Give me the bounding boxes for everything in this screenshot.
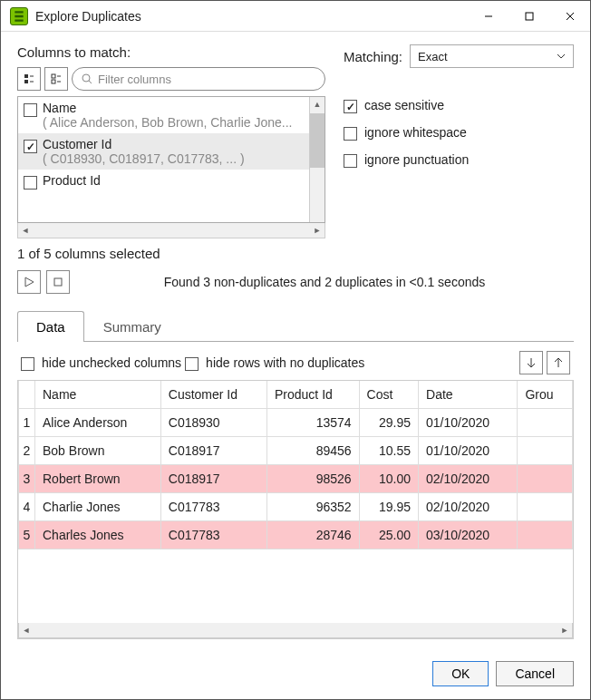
case-sensitive-label: case sensitive — [364, 98, 444, 112]
table-hscroll[interactable]: ◄ ► — [18, 623, 573, 638]
cell[interactable]: 01/10/2020 — [419, 437, 518, 465]
ignore-punctuation-label: ignore punctuation — [364, 152, 469, 167]
cell[interactable]: 03/10/2020 — [419, 521, 518, 549]
column-item[interactable]: Name( Alice Anderson, Bob Brown, Charlie… — [18, 97, 309, 133]
cell[interactable]: 1 — [19, 409, 35, 437]
cell[interactable] — [518, 437, 573, 465]
hide-no-dup-checkbox[interactable] — [185, 357, 199, 371]
rownum-header[interactable] — [19, 381, 35, 409]
table-row[interactable]: 3Robert BrownC0189179852610.0002/10/2020 — [19, 465, 573, 493]
cell[interactable]: 19.95 — [359, 493, 418, 521]
case-sensitive-checkbox[interactable] — [344, 100, 357, 113]
column-sample: ( Alice Anderson, Bob Brown, Charlie Jon… — [43, 115, 292, 130]
ignore-punctuation-checkbox[interactable] — [344, 154, 357, 168]
column-header[interactable]: Product Id — [267, 381, 360, 409]
checklist-hscroll[interactable]: ◄ ► — [17, 223, 325, 238]
columns-checklist[interactable]: Name( Alice Anderson, Bob Brown, Charlie… — [17, 96, 325, 223]
cell[interactable]: Robert Brown — [35, 465, 161, 493]
cell[interactable]: C018917 — [160, 437, 266, 465]
cell[interactable] — [518, 465, 573, 493]
deselect-all-button[interactable] — [44, 67, 68, 91]
cell[interactable]: C017783 — [160, 521, 266, 549]
cell[interactable]: C017783 — [160, 493, 266, 521]
scroll-right-icon[interactable]: ► — [310, 223, 325, 238]
close-button[interactable] — [549, 1, 590, 32]
column-item[interactable]: Customer Id( C018930, C018917, C017783, … — [18, 133, 309, 170]
stop-button[interactable] — [46, 270, 70, 294]
svg-point-12 — [82, 74, 90, 82]
column-name: Name — [43, 101, 292, 115]
matching-select[interactable]: Exact — [410, 44, 574, 68]
cancel-button[interactable]: Cancel — [496, 661, 574, 686]
cell[interactable] — [518, 493, 573, 521]
scroll-left-icon[interactable]: ◄ — [19, 623, 34, 637]
cell[interactable]: Charles Jones — [35, 521, 161, 549]
minimize-button[interactable] — [468, 1, 509, 32]
run-button[interactable] — [17, 270, 41, 294]
ignore-whitespace-label: ignore whitespace — [364, 125, 467, 140]
tab-summary[interactable]: Summary — [84, 311, 180, 342]
column-item[interactable]: Product Id — [18, 170, 309, 193]
cell[interactable]: 5 — [19, 521, 35, 549]
cell[interactable]: 10.55 — [359, 437, 418, 465]
ok-button[interactable]: OK — [432, 661, 489, 686]
selection-status: 1 of 5 columns selected — [17, 246, 325, 261]
tab-data[interactable]: Data — [17, 311, 84, 342]
cell[interactable]: 2 — [19, 437, 35, 465]
scroll-thumb[interactable] — [310, 113, 325, 168]
column-header[interactable]: Grou — [518, 381, 573, 409]
cell[interactable]: 98526 — [267, 465, 360, 493]
cell[interactable]: 4 — [19, 493, 35, 521]
svg-rect-9 — [52, 80, 55, 83]
cell[interactable]: 02/10/2020 — [419, 493, 518, 521]
cell[interactable]: 25.00 — [359, 521, 418, 549]
maximize-button[interactable] — [509, 1, 549, 32]
cell[interactable]: 89456 — [267, 437, 360, 465]
cell[interactable]: Alice Anderson — [35, 409, 161, 437]
scroll-right-icon[interactable]: ► — [557, 623, 572, 637]
table-row[interactable]: 1Alice AndersonC0189301357429.9501/10/20… — [19, 409, 573, 437]
hide-unchecked-checkbox[interactable] — [21, 357, 34, 371]
cell[interactable]: 29.95 — [359, 409, 418, 437]
column-header[interactable]: Customer Id — [160, 381, 266, 409]
column-header[interactable]: Cost — [359, 381, 418, 409]
cell[interactable]: 13574 — [267, 409, 360, 437]
svg-rect-1 — [526, 13, 533, 20]
table-row[interactable]: 4Charlie JonesC0177839635219.9502/10/202… — [19, 493, 573, 521]
cell[interactable]: 10.00 — [359, 465, 418, 493]
column-checkbox[interactable] — [24, 103, 37, 117]
scroll-up-icon[interactable]: ▲ — [310, 97, 325, 112]
cell[interactable] — [518, 521, 573, 549]
cell[interactable]: 3 — [19, 465, 35, 493]
column-header[interactable]: Name — [35, 381, 161, 409]
matching-label: Matching: — [344, 49, 402, 64]
scroll-left-icon[interactable]: ◄ — [18, 223, 33, 238]
ignore-whitespace-checkbox[interactable] — [344, 127, 357, 141]
filter-columns-input[interactable]: Filter columns — [72, 67, 325, 91]
cell[interactable]: Charlie Jones — [35, 493, 161, 521]
cell[interactable]: 28746 — [267, 521, 360, 549]
move-down-button[interactable] — [519, 351, 543, 374]
svg-rect-5 — [24, 80, 28, 83]
column-header[interactable]: Date — [419, 381, 518, 409]
hide-unchecked-label: hide unchecked columns — [42, 355, 181, 370]
cell[interactable]: 02/10/2020 — [419, 465, 518, 493]
cell[interactable]: Bob Brown — [35, 437, 161, 465]
checklist-vscroll[interactable]: ▲ — [309, 97, 325, 222]
cell[interactable]: 01/10/2020 — [419, 409, 518, 437]
column-checkbox[interactable] — [24, 176, 37, 190]
column-checkbox[interactable] — [24, 140, 37, 153]
move-up-button[interactable] — [547, 351, 570, 374]
app-icon — [10, 7, 28, 25]
select-all-button[interactable] — [17, 67, 41, 91]
cell[interactable] — [518, 409, 573, 437]
hide-no-dup-label: hide rows with no duplicates — [206, 355, 364, 370]
column-name: Product Id — [43, 173, 101, 188]
table-row[interactable]: 2Bob BrownC0189178945610.5501/10/2020 — [19, 437, 573, 465]
column-sample: ( C018930, C018917, C017783, ... ) — [43, 151, 245, 166]
cell[interactable]: C018930 — [160, 409, 266, 437]
table-row[interactable]: 5Charles JonesC0177832874625.0003/10/202… — [19, 521, 573, 549]
cell[interactable]: C018917 — [160, 465, 266, 493]
columns-to-match-label: Columns to match: — [17, 44, 325, 60]
cell[interactable]: 96352 — [267, 493, 360, 521]
